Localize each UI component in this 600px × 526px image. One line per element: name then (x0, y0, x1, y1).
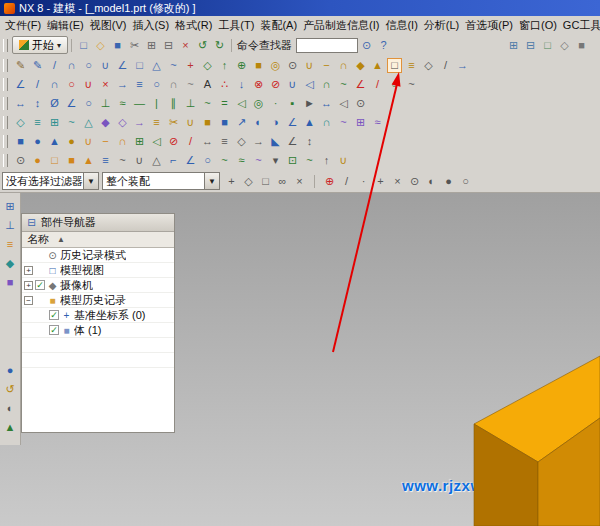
line-icon[interactable]: / (47, 58, 62, 73)
geometric-constraints-icon[interactable]: ⊥ (98, 96, 113, 111)
selection-scope-icon[interactable]: + (224, 174, 239, 189)
bridge-surface-icon[interactable]: ∩ (319, 115, 334, 130)
cone-icon[interactable]: ▲ (47, 134, 62, 149)
more-features-icon[interactable]: ▾ (268, 153, 283, 168)
convert-to-reference-icon[interactable]: ◁ (336, 96, 351, 111)
datum-plane-icon[interactable]: ◇ (200, 58, 215, 73)
point-set-icon[interactable]: ∴ (217, 77, 232, 92)
sew-icon[interactable]: ∪ (183, 115, 198, 130)
law-curve-icon[interactable]: ~ (336, 77, 351, 92)
menu-item[interactable]: 分析(L) (421, 17, 462, 34)
tree-row[interactable]: ⊙ 历史记录模式 (22, 248, 174, 263)
curve-profile-icon[interactable]: ∠ (13, 77, 28, 92)
chamfer-body-icon[interactable]: ◣ (268, 134, 283, 149)
new-file-icon[interactable]: □ (76, 38, 91, 53)
mirror-feature-icon[interactable]: ◁ (149, 134, 164, 149)
revolve-icon[interactable]: ◎ (268, 58, 283, 73)
menu-item[interactable]: 装配(A) (257, 17, 300, 34)
move-face-icon[interactable]: → (251, 134, 266, 149)
start-menu-button[interactable]: 开始 ▾ (12, 36, 68, 54)
subtract-icon[interactable]: − (319, 58, 334, 73)
draft-icon[interactable]: ∠ (285, 115, 300, 130)
i-form-icon[interactable]: ≈ (370, 115, 385, 130)
snap-point-on-curve-icon[interactable]: ○ (458, 174, 473, 189)
snap-intersection-icon[interactable]: × (390, 174, 405, 189)
help-icon[interactable]: ? (376, 38, 391, 53)
tree-row[interactable]: − ■ 模型历史记录 (22, 293, 174, 308)
law-extension-icon[interactable]: ↗ (234, 115, 249, 130)
trim-curve-icon[interactable]: × (98, 77, 113, 92)
draft-body-icon[interactable]: ∠ (285, 134, 300, 149)
perimeter-dimension-icon[interactable]: ○ (81, 96, 96, 111)
fix-constraint-icon[interactable]: ▪ (285, 96, 300, 111)
studio-surface-icon[interactable]: ◆ (98, 115, 113, 130)
copy-icon[interactable]: ⊞ (144, 38, 159, 53)
full-screen-icon[interactable]: ■ (574, 38, 589, 53)
symmetric-constraint-icon[interactable]: ◁ (234, 96, 249, 111)
menu-item[interactable]: 插入(S) (129, 17, 172, 34)
through-curves-icon[interactable]: ≡ (30, 115, 45, 130)
mirror-curve-icon[interactable]: ◁ (302, 77, 317, 92)
emboss-icon[interactable]: ▲ (302, 115, 317, 130)
trimmed-sheet-icon[interactable]: ✂ (166, 115, 181, 130)
curve-line-icon[interactable]: / (30, 77, 45, 92)
radial-dimension-icon[interactable]: Ø (47, 96, 62, 111)
scale-body-icon[interactable]: ↔ (200, 134, 215, 149)
groove-icon[interactable]: ∪ (132, 153, 147, 168)
toolbar-grip[interactable] (3, 154, 8, 167)
styled-sweep-icon[interactable]: ≈ (234, 153, 249, 168)
snap-point-toggle-icon[interactable]: ⊕ (322, 174, 337, 189)
cascade-windows-icon[interactable]: ⊞ (506, 38, 521, 53)
datum-csys-icon[interactable]: ⊕ (234, 58, 249, 73)
vertical-constraint-icon[interactable]: | (149, 96, 164, 111)
selection-filter-dropdown[interactable]: 没有选择过滤器 ▼ (2, 172, 99, 190)
auto-constrain-icon[interactable]: ≈ (115, 96, 130, 111)
offset-surface-icon[interactable]: ≡ (149, 115, 164, 130)
menu-item[interactable]: 产品制造信息(I) (300, 17, 382, 34)
chamfer-curve-icon[interactable]: ∠ (115, 58, 130, 73)
expander-icon[interactable] (38, 311, 47, 320)
resize-face-icon[interactable]: ↕ (302, 134, 317, 149)
tile-windows-icon[interactable]: ⊟ (523, 38, 538, 53)
menu-item[interactable]: 首选项(P) (462, 17, 516, 34)
shell-body-icon[interactable]: ◇ (234, 134, 249, 149)
snap-arc-center-icon[interactable]: ⊙ (407, 174, 422, 189)
horizontal-constraint-icon[interactable]: — (132, 96, 147, 111)
rib-icon[interactable]: ≡ (98, 153, 113, 168)
roles-icon[interactable]: ▲ (2, 419, 18, 435)
constraint-navigator-icon[interactable]: ⊥ (2, 217, 18, 233)
switch-window-icon[interactable]: ◇ (557, 38, 572, 53)
sketch-in-task-icon[interactable]: ✎ (30, 58, 45, 73)
curve-circle-icon[interactable]: ○ (64, 77, 79, 92)
bounded-plane-icon[interactable]: □ (387, 58, 402, 73)
pocket-icon[interactable]: □ (47, 153, 62, 168)
tree-row[interactable]: ✓ ■ 体 (1) (22, 323, 174, 338)
menu-item[interactable]: 格式(R) (172, 17, 215, 34)
undo-icon[interactable]: ↺ (195, 38, 210, 53)
snap-quadrant-point-icon[interactable]: ◐ (424, 174, 439, 189)
composite-curve-icon[interactable]: ~ (302, 153, 317, 168)
perpendicular-constraint-icon[interactable]: ⊥ (183, 96, 198, 111)
offset-curve-icon[interactable]: ≡ (132, 77, 147, 92)
sweep-along-guide-icon[interactable]: ~ (217, 153, 232, 168)
expander-icon[interactable]: + (24, 281, 33, 290)
text-icon[interactable]: A (200, 77, 215, 92)
inside-only-icon[interactable]: □ (258, 174, 273, 189)
trim-body-icon[interactable]: / (438, 58, 453, 73)
face-blend-icon[interactable]: ◐ (251, 115, 266, 130)
toolbar-grip[interactable] (3, 135, 8, 148)
sew-body-icon[interactable]: ∪ (336, 153, 351, 168)
polygon-icon[interactable]: △ (149, 58, 164, 73)
block-icon[interactable]: ■ (13, 134, 28, 149)
datum-axis-icon[interactable]: ↑ (217, 58, 232, 73)
bend-icon[interactable]: ∠ (183, 153, 198, 168)
inferred-dimension-icon[interactable]: ↔ (319, 96, 334, 111)
open-file-icon[interactable]: ◇ (93, 38, 108, 53)
part-navigator-icon[interactable]: ≡ (2, 236, 18, 252)
menu-item[interactable]: 编辑(E) (44, 17, 87, 34)
rectangle-icon[interactable]: □ (132, 58, 147, 73)
conic-icon[interactable]: ∩ (166, 77, 181, 92)
circle-icon[interactable]: ○ (81, 58, 96, 73)
highlight-selection-icon[interactable]: ◇ (241, 174, 256, 189)
pattern-feature-icon[interactable]: ⊞ (132, 134, 147, 149)
